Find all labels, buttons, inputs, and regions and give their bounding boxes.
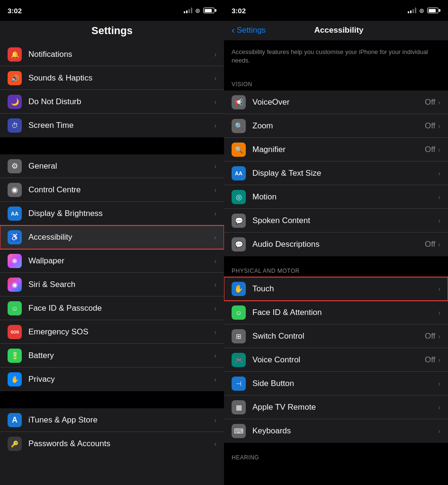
- right-item-spokencontent[interactable]: 💬 Spoken Content ›: [224, 209, 448, 233]
- spokencontent-chevron: ›: [438, 217, 440, 225]
- battery-item-icon: 🔋: [8, 349, 22, 363]
- privacy-icon: ✋: [8, 372, 22, 386]
- switchcontrol-value: Off: [425, 332, 435, 341]
- sounds-label: Sounds & Haptics: [28, 73, 211, 83]
- zoom-icon: 🔍: [232, 119, 246, 133]
- back-label: Settings: [237, 26, 266, 35]
- right-item-appletvremote[interactable]: ▦ Apple TV Remote ›: [224, 395, 448, 419]
- settings-item-display[interactable]: AA Display & Brightness ›: [0, 202, 224, 225]
- donotdisturb-label: Do Not Disturb: [28, 97, 211, 107]
- switchcontrol-chevron: ›: [438, 332, 440, 340]
- settings-item-controlcentre[interactable]: ◉ Control Centre ›: [0, 178, 224, 202]
- battery-chevron: ›: [214, 352, 216, 359]
- sidebutton-label: Side Button: [252, 379, 435, 388]
- voicecontrol-value: Off: [425, 355, 435, 365]
- left-status-icons: ⊛: [184, 7, 216, 14]
- settings-item-passwords[interactable]: 🔑 Passwords & Accounts ›: [0, 432, 224, 456]
- right-status-icons: ⊛: [408, 7, 440, 14]
- motion-icon: ◎: [232, 190, 246, 204]
- appletvremote-chevron: ›: [438, 404, 440, 411]
- donotdisturb-chevron: ›: [214, 98, 216, 106]
- passwords-chevron: ›: [214, 440, 216, 448]
- audiodesc-chevron: ›: [438, 241, 440, 248]
- section-gap-1: [0, 137, 224, 154]
- settings-item-battery[interactable]: 🔋 Battery ›: [0, 344, 224, 368]
- right-item-sidebutton[interactable]: ⊣ Side Button ›: [224, 372, 448, 395]
- right-item-switchcontrol[interactable]: ⊞ Switch Control Off ›: [224, 324, 448, 348]
- voiceover-chevron: ›: [438, 99, 440, 106]
- siri-icon: ◉: [8, 278, 22, 292]
- general-chevron: ›: [214, 162, 216, 170]
- settings-group-2: ⚙ General › ◉ Control Centre › AA Displa…: [0, 154, 224, 391]
- settings-item-sounds[interactable]: 🔊 Sounds & Haptics ›: [0, 66, 224, 90]
- right-item-zoom[interactable]: 🔍 Zoom Off ›: [224, 114, 448, 138]
- passwords-label: Passwords & Accounts: [28, 439, 211, 449]
- faceidattn-chevron: ›: [438, 309, 440, 316]
- settings-item-emergencysos[interactable]: SOS Emergency SOS ›: [0, 320, 224, 344]
- settings-item-screentime[interactable]: ⏱ Screen Time ›: [0, 114, 224, 137]
- right-panel: 3:02 ⊛ ‹ Settings Accessibility Accessib…: [224, 0, 448, 485]
- right-item-touch[interactable]: ✋ Touch ›: [224, 277, 448, 301]
- settings-item-donotdisturb[interactable]: 🌙 Do Not Disturb ›: [0, 90, 224, 114]
- sounds-chevron: ›: [214, 74, 216, 82]
- magnifier-icon: 🔍: [232, 143, 246, 157]
- right-item-faceidattn[interactable]: ☺ Face ID & Attention ›: [224, 301, 448, 324]
- sos-text: SOS: [10, 330, 19, 334]
- emergencysos-label: Emergency SOS: [28, 327, 211, 337]
- audiodesc-icon: 💬: [232, 237, 246, 251]
- display-chevron: ›: [214, 210, 216, 217]
- voicecontrol-chevron: ›: [438, 356, 440, 364]
- physical-section-header: PHYSICAL AND MOTOR: [224, 256, 448, 277]
- right-item-motion[interactable]: ◎ Motion ›: [224, 185, 448, 209]
- switchcontrol-icon: ⊞: [232, 329, 246, 343]
- notifications-label: Notifications: [28, 50, 211, 59]
- settings-item-itunes[interactable]: A iTunes & App Store ›: [0, 408, 224, 432]
- settings-group-1: 🔔 Notifications › 🔊 Sounds & Haptics › 🌙…: [0, 43, 224, 137]
- settings-item-siri[interactable]: ◉ Siri & Search ›: [0, 273, 224, 296]
- sidebutton-icon: ⊣: [232, 377, 246, 391]
- donotdisturb-icon: 🌙: [8, 95, 22, 109]
- siri-label: Siri & Search: [28, 280, 211, 289]
- left-time: 3:02: [8, 7, 22, 15]
- keyboards-chevron: ›: [438, 427, 440, 435]
- itunes-icon: A: [8, 413, 22, 427]
- displaytext-chevron: ›: [438, 170, 440, 177]
- sidebutton-chevron: ›: [438, 380, 440, 387]
- wifi-icon: ⊛: [195, 7, 200, 14]
- battery-label: Battery: [28, 351, 211, 360]
- wallpaper-chevron: ›: [214, 257, 216, 265]
- settings-item-privacy[interactable]: ✋ Privacy ›: [0, 368, 224, 391]
- audiodesc-value: Off: [425, 240, 435, 249]
- section-gap-2: [0, 391, 224, 408]
- settings-item-accessibility[interactable]: ♿ Accessibility ›: [0, 225, 224, 249]
- settings-item-general[interactable]: ⚙ General ›: [0, 154, 224, 178]
- motion-chevron: ›: [438, 193, 440, 201]
- settings-item-notifications[interactable]: 🔔 Notifications ›: [0, 43, 224, 66]
- general-icon: ⚙: [8, 159, 22, 173]
- keyboards-icon: ⌨: [232, 424, 246, 438]
- touch-label: Touch: [252, 284, 435, 294]
- touch-icon: ✋: [232, 282, 246, 296]
- right-item-displaytext[interactable]: AA Display & Text Size ›: [224, 162, 448, 185]
- back-button[interactable]: ‹ Settings: [232, 25, 266, 36]
- notifications-icon: 🔔: [8, 47, 22, 62]
- zoom-label: Zoom: [252, 121, 425, 131]
- right-item-magnifier[interactable]: 🔍 Magnifier Off ›: [224, 138, 448, 162]
- settings-item-faceid[interactable]: ☺ Face ID & Passcode ›: [0, 296, 224, 320]
- right-item-voicecontrol[interactable]: 🎮 Voice Control Off ›: [224, 348, 448, 372]
- display-label: Display & Brightness: [28, 209, 211, 218]
- magnifier-label: Magnifier: [252, 145, 425, 154]
- right-item-voiceover[interactable]: 📢 VoiceOver Off ›: [224, 90, 448, 114]
- controlcentre-icon: ◉: [8, 183, 22, 197]
- magnifier-value: Off: [425, 145, 435, 154]
- right-item-keyboards[interactable]: ⌨ Keyboards ›: [224, 419, 448, 443]
- faceid-chevron: ›: [214, 305, 216, 312]
- right-item-audiodesc[interactable]: 💬 Audio Descriptions Off ›: [224, 233, 448, 256]
- settings-item-wallpaper[interactable]: ❋ Wallpaper ›: [0, 249, 224, 273]
- faceidattn-icon: ☺: [232, 305, 246, 320]
- right-time: 3:02: [232, 7, 246, 15]
- right-wifi-icon: ⊛: [419, 7, 424, 14]
- screentime-icon: ⏱: [8, 118, 22, 133]
- accessibility-description: Accessibility features help you customis…: [224, 40, 448, 70]
- left-status-bar: 3:02 ⊛: [0, 0, 224, 21]
